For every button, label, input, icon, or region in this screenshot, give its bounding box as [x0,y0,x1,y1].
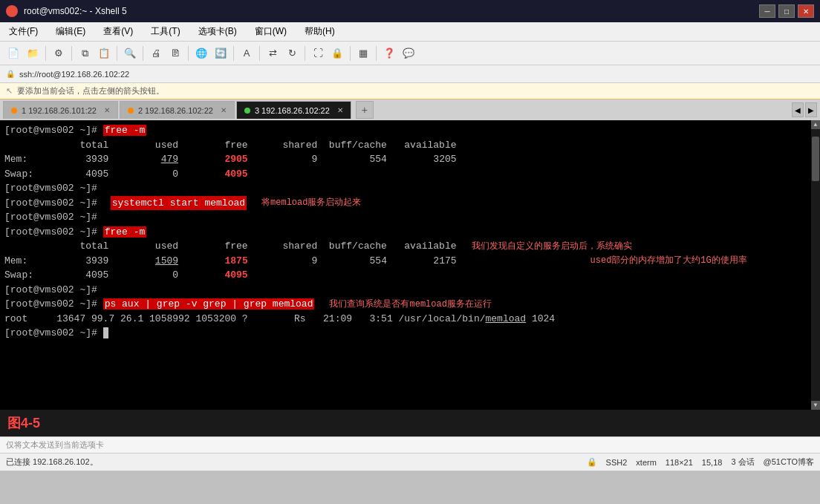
terminal-line-3: Mem: 3939 479 2905 9 554 3205 [4,152,816,167]
tab-3[interactable]: 3 192.168.26.102:22 ✕ [236,101,351,119]
figure-text: 图4-5 [7,414,40,432]
annotation-2-line1: 我们发现自定义的服务启动后，系统确实 [472,240,632,253]
tab-1[interactable]: 1 192.168.26.101:22 ✕ [3,101,118,119]
annotation-3: 我们查询系统是否有memload服务在运行 [329,298,491,311]
scroll-up-button[interactable]: ▲ [811,120,820,129]
cursor-position: 15,18 [702,458,723,467]
tab-1-close[interactable]: ✕ [104,106,110,114]
status-left: 已连接 192.168.26.102。 [6,456,98,468]
toolbar-sep-4 [143,46,143,61]
chat-button[interactable]: 💬 [400,45,417,62]
scroll-thumb[interactable] [812,137,819,181]
title-bar-controls: ─ □ ✕ [759,4,814,18]
fullscreen-button[interactable]: ⛶ [309,45,327,62]
search-button[interactable]: 🔍 [121,45,139,62]
input-area: 仅将文本发送到当前选项卡 [0,436,820,453]
annotation-2-line2: used部分的内存增加了大约1G的使用率 [590,254,747,267]
tab-2-label: 2 192.168.26.102:22 [138,106,213,115]
notif-icon: ↖ [6,86,13,96]
toolbar-sep-9 [350,46,351,61]
terminal-line-9: total used free shared buff/cache availa… [4,239,816,254]
terminal-line-12: [root@vms002 ~]# [4,283,816,298]
tab-2-close[interactable]: ✕ [221,106,227,114]
toolbar-sep-10 [376,46,377,61]
menu-tabs[interactable]: 选项卡(B) [195,24,240,39]
globe-button[interactable]: 🌐 [192,45,210,62]
menu-tools[interactable]: 工具(T) [148,24,183,39]
xterm-type: xterm [636,458,657,467]
monitor-button[interactable]: ▦ [354,45,372,62]
terminal-size: 118×21 [666,458,693,467]
tab-next-button[interactable]: ▶ [805,102,817,117]
tab-2[interactable]: 2 192.168.26.102:22 ✕ [120,101,235,119]
terminal-line-6: [root@vms002 ~]# systemctl start memload… [4,196,816,211]
paste-button[interactable]: 📋 [95,45,113,62]
terminal-line-4: Swap: 4095 0 4095 [4,167,816,182]
menu-view[interactable]: 查看(V) [100,24,136,39]
terminal-line-14: root 13647 99.7 26.1 1058992 1053200 ? R… [4,312,816,327]
menu-file[interactable]: 文件(F) [6,24,41,39]
tab-3-dot [244,108,250,114]
toolbar-sep-1 [45,46,46,61]
minimize-button[interactable]: ─ [759,4,775,18]
session-count: 3 会话 [731,456,754,468]
app-icon [6,5,18,17]
terminal-line-15: [root@vms002 ~]# [4,326,816,341]
print2-button[interactable]: 🖹 [166,45,184,62]
settings-button[interactable]: ⚙ [50,45,68,62]
open-button[interactable]: 📁 [24,45,42,62]
tab-3-label: 3 192.168.26.102:22 [255,106,330,115]
sftp-button[interactable]: ↻ [283,45,301,62]
scroll-track[interactable] [811,129,820,401]
terminal-line-5: [root@vms002 ~]# [4,181,816,196]
address-bar: 🔒 ssh://root@192.168.26.102:22 [0,65,820,83]
transfer-button[interactable]: ⇄ [264,45,282,62]
connection-status: 已连接 192.168.26.102。 [6,456,98,468]
copy-button[interactable]: ⧉ [76,45,94,62]
title-bar: root@vms002:~ - Xshell 5 ─ □ ✕ [0,0,820,22]
maximize-button[interactable]: □ [778,4,795,18]
tab-3-close[interactable]: ✕ [337,106,343,114]
site-name: @51CTO博客 [764,456,814,468]
menu-edit[interactable]: 编辑(E) [53,24,88,39]
figure-label: 图4-5 [0,410,820,436]
terminal-line-11: Swap: 4095 0 4095 [4,268,816,283]
scrollbar[interactable]: ▲ ▼ [811,120,820,410]
menu-window[interactable]: 窗口(W) [252,24,290,39]
tabs-bar: 1 192.168.26.101:22 ✕ 2 192.168.26.102:2… [0,99,820,120]
menu-bar: 文件(F) 编辑(E) 查看(V) 工具(T) 选项卡(B) 窗口(W) 帮助(… [0,22,820,42]
terminal[interactable]: [root@vms002 ~]# free -m total used free… [0,120,820,410]
annotation-1: 将memload服务启动起来 [261,196,361,209]
tab-add-button[interactable]: + [356,101,374,119]
toolbar-sep-3 [117,46,117,61]
terminal-line-8: [root@vms002 ~]# free -m [4,225,816,240]
address-text: ssh://root@192.168.26.102:22 [19,70,129,79]
toolbar-sep-2 [71,46,72,61]
font-button[interactable]: A [238,45,256,62]
terminal-line-2: total used free shared buff/cache availa… [4,138,816,153]
input-placeholder: 仅将文本发送到当前选项卡 [6,439,104,451]
terminal-line-13: [root@vms002 ~]# ps aux | grep -v grep |… [4,297,816,312]
refresh-button[interactable]: 🔄 [212,45,230,62]
menu-help[interactable]: 帮助(H) [302,24,338,39]
toolbar-sep-6 [233,46,234,61]
title-bar-left: root@vms002:~ - Xshell 5 [6,5,127,17]
notif-text: 要添加当前会话，点击左侧的箭头按钮。 [17,85,164,96]
tab-1-label: 1 192.168.26.101:22 [22,106,97,115]
toolbar-sep-7 [259,46,260,61]
status-bar: 已连接 192.168.26.102。 🔒 SSH2 xterm 118×21 … [0,453,820,471]
lock-icon: 🔒 [587,457,597,467]
scroll-down-button[interactable]: ▼ [811,401,820,410]
tab-prev-button[interactable]: ◀ [792,102,804,117]
terminal-line-10: Mem: 3939 1509 1875 9 554 2175 used部分的内存… [4,254,816,269]
lock-button[interactable]: 🔒 [328,45,346,62]
print-button[interactable]: 🖨 [147,45,165,62]
toolbar-sep-8 [305,46,305,61]
new-button[interactable]: 📄 [4,45,22,62]
status-right: 🔒 SSH2 xterm 118×21 15,18 3 会话 @51CTO博客 [587,456,814,468]
toolbar: 📄 📁 ⚙ ⧉ 📋 🔍 🖨 🖹 🌐 🔄 A ⇄ ↻ ⛶ 🔒 ▦ ❓ 💬 [0,42,820,65]
help-button[interactable]: ❓ [380,45,398,62]
close-button[interactable]: ✕ [798,4,814,18]
toolbar-sep-5 [188,46,189,61]
tab-nav: ◀ ▶ [792,102,817,117]
